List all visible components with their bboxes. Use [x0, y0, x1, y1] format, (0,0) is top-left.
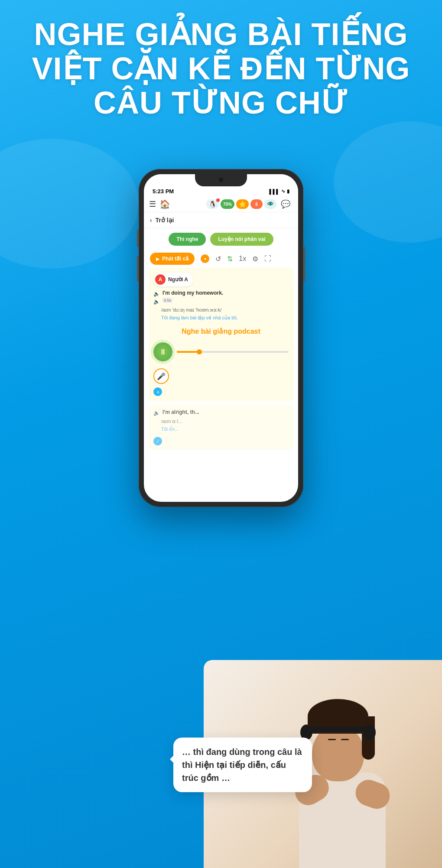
battery-icon: ▮: [287, 189, 289, 194]
phone-notch: [195, 174, 247, 186]
eye-left: [341, 739, 349, 740]
back-navigation[interactable]: ‹ Trở lại: [144, 212, 298, 228]
swap-icon[interactable]: ⇅: [227, 255, 233, 263]
status-icons: ▌▌▌ ∿ ▮: [270, 189, 289, 194]
play-all-button[interactable]: ▶ Phát tất cả: [150, 253, 195, 265]
tab-thi-nghe[interactable]: Thi nghe: [169, 233, 206, 246]
replay-icon[interactable]: ↺: [215, 255, 221, 263]
mic-icon: 🎤: [157, 372, 166, 380]
side-button-volume-up: [137, 230, 139, 247]
wifi-icon: ∿: [281, 189, 285, 194]
podcast-section: Nghe bài giảng podcast ⏸ 🎤: [153, 327, 289, 396]
collapse-section: ∧: [153, 387, 289, 396]
speaker-icon-2[interactable]: 🔈: [153, 410, 160, 416]
signal-icon: ▌▌▌: [270, 189, 280, 194]
main-headline: NGHE GIẢNG BÀI TIẾNG VIỆT CẶN KẼ ĐẾN TỪN…: [17, 17, 425, 120]
person-a-label: A Người A: [153, 273, 193, 286]
headline-section: NGHE GIẢNG BÀI TIẾNG VIỆT CẶN KẼ ĐẾN TỪN…: [0, 17, 442, 120]
podcast-title: Nghe bài giảng podcast: [153, 327, 289, 335]
status-time: 5:23 PM: [153, 188, 174, 195]
controls-bar: ▶ Phát tất cả ▾ ↺ ⇅ 1x ⚙ ⛶: [144, 250, 298, 267]
progress-bar[interactable]: [177, 351, 289, 353]
sentence-2-translation: Tôi ổn...: [153, 425, 289, 432]
front-camera: [219, 178, 223, 182]
progress-fill: [177, 351, 199, 353]
progress-dot: [197, 349, 202, 354]
more-content-area: 🔈 I'm alright, th... /aɪm ɑːl... Tôi ổn.…: [148, 405, 294, 450]
settings-icon[interactable]: ⚙: [252, 255, 258, 263]
menu-icon[interactable]: ☰: [149, 199, 156, 209]
badge-stars[interactable]: ⭐: [236, 199, 249, 209]
mic-row: 🎤: [153, 368, 289, 384]
badge-penguin[interactable]: 🐧: [206, 199, 219, 209]
speed-label[interactable]: 1x: [239, 255, 246, 263]
phone-screen: 5:23 PM ▌▌▌ ∿ ▮ ☰ 🏠 🐧 70: [144, 174, 298, 502]
lesson-content-area: A Người A 🔈 I'm doing my homework. 🔈 0.5…: [148, 267, 294, 401]
badge-eye[interactable]: 👁: [264, 199, 276, 209]
badge-chat[interactable]: 💬: [278, 199, 293, 209]
speech-bubble-text: … thì đang dùng trong câu là thì Hiện tạ…: [182, 745, 303, 784]
play-triangle-icon: ▶: [156, 257, 159, 261]
top-navigation: ☰ 🏠 🐧 70% ⭐ 8 👁 💬: [144, 196, 298, 212]
tab-buttons-section: Thi nghe Luyện nói phân vai: [144, 228, 298, 250]
speaker-icon-slow[interactable]: 🔈: [153, 299, 160, 305]
phonetic-text: /aɪm 'duːɪŋ maɪ 'hoʊm.wɜːk/: [153, 306, 289, 313]
sentence-1-text: I'm doing my homework.: [162, 290, 223, 296]
badge-count[interactable]: 8: [250, 199, 263, 209]
nav-badges-section: 🐧 70% ⭐ 8 👁 💬: [206, 199, 293, 209]
check-section: ✓: [153, 435, 289, 445]
phone-device: 5:23 PM ▌▌▌ ∿ ▮ ☰ 🏠 🐧 70: [139, 169, 303, 507]
speed-0.5x: 0.5x: [162, 298, 172, 303]
sentence-2-phonetic: /aɪm ɑːl...: [153, 417, 289, 425]
podcast-play-button[interactable]: ⏸: [153, 342, 172, 361]
side-button-volume-down: [137, 256, 139, 282]
nav-left-section: ☰ 🏠: [149, 199, 170, 209]
play-dropdown-button[interactable]: ▾: [201, 254, 209, 263]
sentence-1-row: 🔈 I'm doing my homework.: [153, 290, 289, 297]
expand-icon[interactable]: ⛶: [264, 255, 271, 263]
play-all-label: Phát tất cả: [162, 256, 188, 262]
tab-luyen-noi[interactable]: Luyện nói phân vai: [210, 233, 273, 246]
check-circle-icon: ✓: [153, 437, 162, 445]
speech-bubble: … thì đang dùng trong câu là thì Hiện tạ…: [173, 738, 312, 792]
side-button-power: [303, 247, 305, 282]
translation-text[interactable]: Tôi đang làm bài tập về nhà của tôi.: [161, 315, 238, 320]
podcast-player: ⏸: [153, 340, 289, 364]
mic-button[interactable]: 🎤: [153, 368, 169, 384]
sentence-2-text: I'm alright, th...: [162, 409, 199, 415]
person-a-name: Người A: [168, 276, 188, 283]
home-icon[interactable]: 🏠: [159, 199, 170, 209]
collapse-button[interactable]: ∧: [153, 387, 162, 396]
eye-right: [328, 739, 336, 740]
phonetic-row: 🔈 0.5x: [153, 298, 289, 305]
bg-decoration-right: [334, 121, 442, 243]
person-a-avatar: A: [155, 274, 166, 285]
back-label: Trở lại: [156, 217, 174, 224]
phone-frame: 5:23 PM ▌▌▌ ∿ ▮ ☰ 🏠 🐧 70: [139, 169, 303, 507]
sentence-2-row: 🔈 I'm alright, th...: [153, 409, 289, 416]
back-arrow-icon: ‹: [150, 217, 152, 224]
translation-row: Tôi đang làm bài tập về nhà của tôi.: [153, 313, 289, 321]
badge-notification-dot: [216, 198, 220, 202]
bg-decoration-left: [0, 139, 139, 269]
speaker-icon-1[interactable]: 🔈: [153, 291, 160, 297]
badge-progress[interactable]: 70%: [221, 199, 234, 209]
pause-icon: ⏸: [159, 348, 167, 357]
headphone-band: [306, 727, 370, 734]
headphone-left-cup: [364, 725, 376, 740]
